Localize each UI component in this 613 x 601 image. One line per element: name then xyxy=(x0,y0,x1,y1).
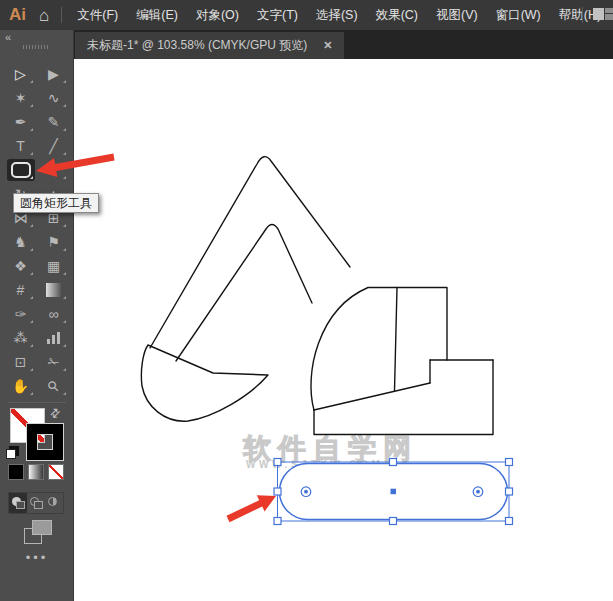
direct-selection-tool[interactable]: ▶ xyxy=(40,63,68,85)
workspace-divider xyxy=(582,7,583,23)
menu-item-1[interactable]: 编辑(E) xyxy=(127,7,187,24)
slice-tool[interactable]: ✁ xyxy=(40,351,68,373)
selection-tool[interactable]: ▷ xyxy=(7,63,35,85)
mesh-tool[interactable]: # xyxy=(7,279,35,301)
color-mode-row xyxy=(8,464,64,480)
workspace-switcher-icon[interactable] xyxy=(590,7,613,22)
hand-tool[interactable]: ✋ xyxy=(7,375,35,397)
line-segment-tool[interactable]: ╱ xyxy=(40,135,68,157)
menu-item-7[interactable]: 窗口(W) xyxy=(487,7,550,24)
artboard-canvas[interactable] xyxy=(74,59,613,601)
blend-tool[interactable]: ∞ xyxy=(40,303,68,325)
panel-grip[interactable] xyxy=(23,45,49,49)
magic-wand-tool[interactable]: ✶ xyxy=(7,87,35,109)
paintbrush-tool[interactable]: ✐ xyxy=(40,159,68,181)
home-icon[interactable]: ⌂ xyxy=(39,7,49,24)
drawing-modes xyxy=(8,492,64,514)
tool-tooltip: 圆角矩形工具 xyxy=(13,193,99,213)
close-icon[interactable]: ✕ xyxy=(323,39,332,52)
perspective-grid-tool[interactable]: ▦ xyxy=(40,255,68,277)
collapse-panel-icon[interactable]: « xyxy=(5,31,10,43)
symbol-sprayer-tool[interactable]: ⁂ xyxy=(7,327,35,349)
menu-items: 文件(F)编辑(E)对象(O)文字(T)选择(S)效果(C)视图(V)窗口(W)… xyxy=(68,7,610,24)
shape-builder-tool[interactable]: ❖ xyxy=(7,255,35,277)
none-button[interactable] xyxy=(48,464,64,480)
gradient-tool[interactable] xyxy=(40,279,68,301)
lasso-tool[interactable]: ∿ xyxy=(40,87,68,109)
puppet-warp-tool[interactable]: ♞ xyxy=(7,231,35,253)
pen-tool[interactable]: ✒ xyxy=(7,111,35,133)
menu-item-3[interactable]: 文字(T) xyxy=(248,7,307,24)
menu-item-4[interactable]: 选择(S) xyxy=(307,7,367,24)
type-tool[interactable]: T xyxy=(7,135,35,157)
stroke-color-swatch[interactable] xyxy=(27,424,63,460)
default-fill-stroke-icon[interactable] xyxy=(6,446,19,459)
menu-item-5[interactable]: 效果(C) xyxy=(367,7,427,24)
swap-fill-stroke-icon[interactable]: ⇄ xyxy=(47,404,64,421)
gradient-button[interactable] xyxy=(28,464,44,480)
eyedropper-tool[interactable]: ✑ xyxy=(7,303,35,325)
draw-inside-mode[interactable] xyxy=(45,493,63,513)
menu-item-0[interactable]: 文件(F) xyxy=(68,7,127,24)
tools-panel: « ▷▶✶∿✒✎T╱✐↻▲⋈⊞♞⚑❖▦#✑∞⁂⊡✁✋⚲ ⇄ ••• xyxy=(0,30,74,601)
color-button[interactable] xyxy=(8,464,24,480)
menu-divider xyxy=(61,7,62,23)
puppet-pin-tool[interactable]: ⚑ xyxy=(40,231,68,253)
menu-item-6[interactable]: 视图(V) xyxy=(427,7,487,24)
illustrator-logo: Ai xyxy=(9,5,26,25)
column-graph-tool[interactable] xyxy=(40,327,68,349)
tools-grid: ▷▶✶∿✒✎T╱✐↻▲⋈⊞♞⚑❖▦#✑∞⁂⊡✁✋⚲ xyxy=(4,62,70,398)
document-tab-title: 未标题-1* @ 103.58% (CMYK/GPU 预览) xyxy=(87,37,307,54)
artboard-tool[interactable]: ⊡ xyxy=(7,351,35,373)
tools-divider xyxy=(8,402,66,403)
edit-toolbar-icon[interactable]: ••• xyxy=(0,550,74,565)
draw-normal-mode[interactable] xyxy=(9,493,27,513)
menu-bar: Ai ⌂ 文件(F)编辑(E)对象(O)文字(T)选择(S)效果(C)视图(V)… xyxy=(0,0,613,30)
document-tab[interactable]: 未标题-1* @ 103.58% (CMYK/GPU 预览) ✕ xyxy=(75,32,344,59)
document-tab-bar: 未标题-1* @ 103.58% (CMYK/GPU 预览) ✕ xyxy=(74,30,613,59)
screen-mode-icon[interactable] xyxy=(24,520,52,544)
curvature-tool[interactable]: ✎ xyxy=(40,111,68,133)
rounded-rectangle-tool[interactable] xyxy=(7,159,35,181)
draw-behind-mode[interactable] xyxy=(27,493,45,513)
zoom-tool[interactable]: ⚲ xyxy=(40,375,68,397)
menu-item-2[interactable]: 对象(O) xyxy=(187,7,248,24)
